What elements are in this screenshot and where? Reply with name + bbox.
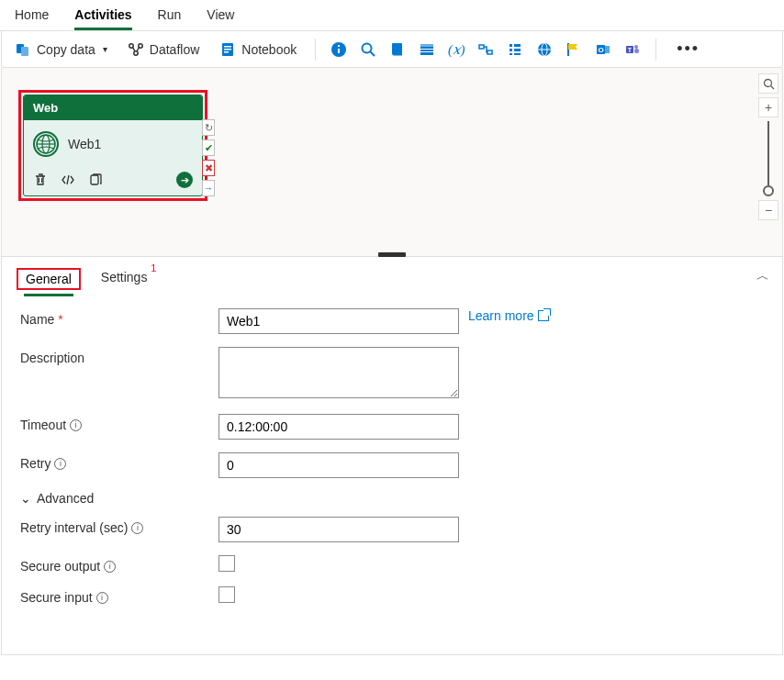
svg-rect-19: [479, 45, 484, 49]
globe-icon: [33, 131, 59, 157]
copy-data-label: Copy data: [37, 42, 95, 57]
node-type-label: Web: [24, 95, 202, 120]
secure-input-label: Secure input: [20, 590, 93, 605]
retry-interval-input[interactable]: [218, 517, 459, 542]
svg-point-35: [634, 45, 638, 49]
connector-skip-icon[interactable]: ↻: [202, 119, 215, 136]
outlook-icon[interactable]: O: [595, 41, 611, 58]
run-icon[interactable]: ➔: [176, 172, 193, 188]
svg-rect-14: [392, 43, 402, 56]
copy-data-button[interactable]: Copy data ▾: [11, 38, 111, 61]
svg-rect-36: [634, 49, 639, 53]
retry-input[interactable]: [218, 452, 459, 478]
svg-rect-22: [514, 44, 521, 47]
more-button[interactable]: •••: [671, 39, 705, 59]
zoom-in-button[interactable]: +: [758, 97, 778, 117]
web-icon[interactable]: [536, 41, 553, 58]
code-icon[interactable]: [61, 173, 75, 187]
secure-input-checkbox[interactable]: [218, 586, 235, 603]
highlight-general-tab: General: [17, 268, 81, 290]
collapse-panel-icon[interactable]: ︿: [756, 268, 769, 284]
variable-icon[interactable]: (𝑥): [448, 41, 465, 58]
dataflow-icon: [128, 41, 144, 58]
svg-rect-24: [514, 49, 521, 51]
zoom-out-button[interactable]: −: [758, 200, 778, 220]
description-label: Description: [20, 351, 84, 365]
svg-rect-8: [224, 51, 229, 53]
dataflow-button[interactable]: Dataflow: [124, 38, 203, 61]
general-form: Name * Learn more Description Timeout i …: [2, 292, 782, 605]
canvas-search-icon[interactable]: [758, 73, 778, 94]
svg-rect-10: [338, 49, 340, 53]
info-icon[interactable]: i: [131, 522, 143, 534]
info-icon[interactable]: i: [54, 458, 66, 470]
timeout-input[interactable]: [218, 414, 459, 440]
svg-rect-32: [605, 46, 610, 53]
zoom-slider-track[interactable]: [767, 121, 769, 185]
connector-fail-icon[interactable]: ✖: [202, 160, 215, 176]
copy-data-icon: [15, 41, 31, 58]
svg-rect-6: [224, 46, 231, 48]
svg-rect-25: [510, 53, 512, 55]
layout-icon[interactable]: [419, 41, 435, 58]
script-icon[interactable]: [389, 41, 406, 58]
svg-text:O: O: [599, 46, 604, 54]
svg-text:T: T: [628, 46, 633, 52]
name-label: Name: [20, 312, 54, 327]
teams-icon[interactable]: T: [624, 41, 641, 58]
svg-point-4: [134, 50, 138, 54]
connector-completion-icon[interactable]: →: [202, 180, 215, 196]
tab-view[interactable]: View: [207, 7, 234, 30]
tab-run[interactable]: Run: [158, 7, 182, 30]
external-link-icon: [538, 310, 549, 321]
flag-icon[interactable]: [566, 41, 582, 58]
pipeline-canvas[interactable]: Web Web1 ➔ ↻ ✔ ✖ → +: [1, 68, 783, 257]
description-input[interactable]: [218, 347, 459, 398]
notebook-icon: [219, 41, 236, 58]
svg-point-12: [363, 43, 372, 52]
learn-more-label: Learn more: [468, 308, 534, 323]
svg-rect-1: [21, 47, 28, 56]
info-icon[interactable]: i: [70, 419, 82, 431]
tab-home[interactable]: Home: [15, 7, 49, 30]
delete-icon[interactable]: [33, 173, 48, 187]
chevron-down-icon: ▾: [103, 44, 107, 54]
canvas-zoom-controls: + −: [758, 73, 778, 220]
activity-node-web[interactable]: Web Web1 ➔ ↻ ✔ ✖ →: [23, 95, 203, 196]
node-name: Web1: [68, 137, 101, 151]
svg-point-43: [764, 79, 771, 86]
notebook-button[interactable]: Notebook: [216, 38, 300, 61]
list-icon[interactable]: [507, 41, 523, 58]
highlight-index: 1: [151, 262, 156, 273]
learn-more-link[interactable]: Learn more: [468, 308, 549, 323]
clone-icon[interactable]: [88, 173, 103, 187]
chevron-down-icon: ⌄: [20, 491, 31, 506]
toolbar-separator: [655, 39, 656, 61]
info-icon[interactable]: i: [96, 592, 108, 604]
node-connectors: ↻ ✔ ✖ →: [202, 119, 215, 196]
properties-panel: General Settings 1 ︿ Name * Learn more D…: [1, 257, 783, 655]
svg-rect-18: [420, 51, 433, 52]
tab-settings[interactable]: Settings 1: [99, 266, 150, 292]
search-icon[interactable]: [360, 41, 376, 58]
name-input[interactable]: [218, 308, 459, 334]
connector-success-icon[interactable]: ✔: [202, 139, 215, 156]
tab-settings-label: Settings: [101, 270, 148, 284]
secure-output-checkbox[interactable]: [218, 555, 235, 572]
pipeline-icon[interactable]: [477, 41, 494, 58]
advanced-toggle[interactable]: ⌄ Advanced: [20, 491, 764, 506]
svg-rect-21: [510, 44, 512, 47]
info-icon[interactable]: [330, 41, 347, 58]
svg-rect-20: [487, 50, 492, 54]
svg-rect-16: [420, 44, 433, 47]
svg-rect-42: [91, 175, 98, 184]
svg-rect-11: [338, 45, 340, 47]
retry-label: Retry: [20, 456, 50, 471]
required-asterisk: *: [58, 312, 62, 327]
info-icon[interactable]: i: [104, 561, 116, 573]
svg-line-13: [371, 51, 375, 56]
tab-activities[interactable]: Activities: [74, 7, 131, 30]
toolbar-separator: [315, 39, 316, 61]
tab-general[interactable]: General: [24, 268, 73, 296]
zoom-slider-handle[interactable]: [763, 185, 774, 196]
